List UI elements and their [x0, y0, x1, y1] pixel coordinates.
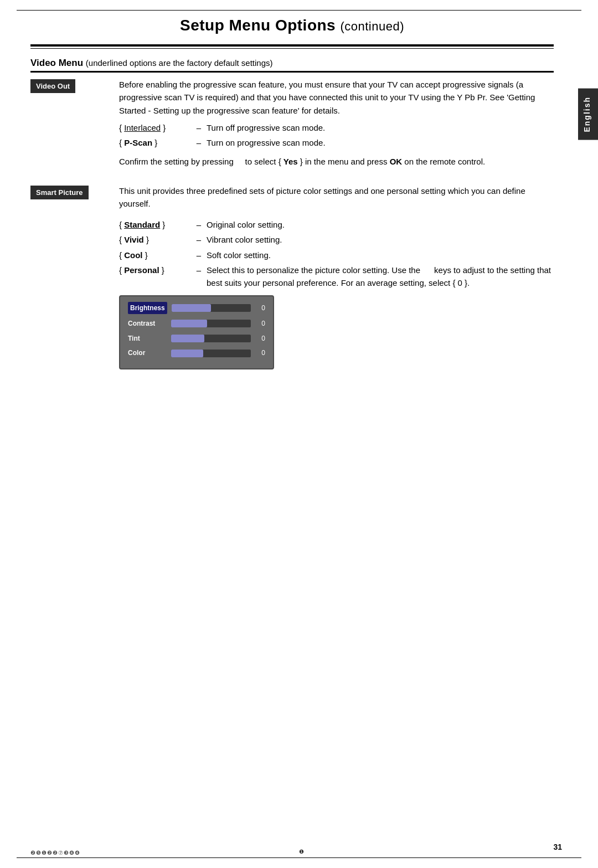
- title-rule-thick: [30, 44, 554, 47]
- slider-label-brightness: Brightness: [128, 302, 167, 315]
- smart-picture-desc-col: This unit provides three predefined sets…: [119, 184, 554, 369]
- slider-fill-tint: [171, 335, 204, 342]
- option-label-pscan: { P-Scan }: [119, 136, 191, 149]
- side-tab-english: English: [578, 89, 598, 140]
- option-text-cool: Soft color setting.: [207, 249, 554, 262]
- slider-panel: Brightness 0 Contrast 0: [119, 295, 274, 369]
- option-label-interlaced: { Interlaced }: [119, 121, 191, 134]
- slider-row-tint: Tint 0: [128, 333, 265, 344]
- slider-label-color: Color: [128, 348, 167, 358]
- section-title: Video Menu: [30, 58, 83, 68]
- option-dash-standard: –: [191, 218, 207, 231]
- video-out-label: Video Out: [30, 79, 75, 93]
- page-border-top: [17, 10, 581, 11]
- option-dash-interlaced: –: [191, 121, 207, 134]
- option-text-pscan: Turn on progressive scan mode.: [207, 137, 554, 150]
- page-title: Setup Menu Options (continued): [30, 17, 554, 34]
- slider-value-brightness: 0: [255, 303, 265, 314]
- option-row-pscan: { P-Scan } – Turn on progressive scan mo…: [119, 136, 554, 150]
- option-label-cool: { Cool }: [119, 249, 191, 261]
- video-out-description: Before enabling the progressive scan fea…: [119, 78, 554, 117]
- option-row-interlaced: { Interlaced } – Turn off progressive sc…: [119, 121, 554, 135]
- footer-bullet: ❶: [299, 849, 304, 855]
- slider-fill-contrast: [171, 320, 207, 327]
- slider-track-brightness: [172, 304, 251, 312]
- title-text: Setup Menu Options: [180, 17, 336, 34]
- slider-fill-color: [171, 350, 203, 357]
- option-label-vivid: { Vivid }: [119, 233, 191, 246]
- option-row-personal: { Personal } – Select this to personaliz…: [119, 264, 554, 290]
- title-continued: (continued): [340, 19, 404, 33]
- option-row-cool: { Cool } – Soft color setting.: [119, 249, 554, 262]
- smart-picture-description: This unit provides three predefined sets…: [119, 184, 554, 210]
- video-out-options: { Interlaced } – Turn off progressive sc…: [119, 121, 554, 150]
- option-text-standard: Original color setting.: [207, 219, 554, 232]
- video-out-desc-col: Before enabling the progressive scan fea…: [119, 78, 554, 168]
- slider-value-color: 0: [255, 348, 265, 358]
- option-label-standard: { Standard }: [119, 218, 191, 231]
- slider-track-tint: [171, 335, 251, 342]
- option-label-personal: { Personal }: [119, 264, 191, 276]
- smart-options-list: { Standard } – Original color setting. {…: [119, 218, 554, 290]
- option-text-vivid: Vibrant color setting.: [207, 234, 554, 246]
- main-content: Setup Menu Options (continued) Video Men…: [30, 17, 562, 369]
- slider-track-color: [171, 350, 251, 357]
- smart-picture-inner: { Standard } – Original color setting. {…: [119, 215, 554, 369]
- video-out-label-col: Video Out: [30, 78, 119, 168]
- section-header: Video Menu (underlined options are the f…: [30, 58, 554, 73]
- slider-label-contrast: Contrast: [128, 319, 167, 329]
- smart-picture-section: Smart Picture This unit provides three p…: [30, 184, 554, 369]
- option-dash-vivid: –: [191, 233, 207, 246]
- slider-value-contrast: 0: [255, 319, 265, 329]
- video-out-section: Video Out Before enabling the progressiv…: [30, 78, 554, 168]
- title-rule-thin: [30, 48, 554, 49]
- option-text-interlaced: Turn off progressive scan mode.: [207, 122, 554, 135]
- page-number: 31: [553, 843, 562, 851]
- slider-row-color: Color 0: [128, 348, 265, 358]
- footer-dots: ❷❺❶❷❷⑦❸❹❹: [30, 850, 80, 856]
- option-dash-personal: –: [191, 264, 207, 276]
- confirm-text: Confirm the setting by pressing to selec…: [119, 155, 554, 168]
- slider-track-contrast: [171, 320, 251, 327]
- page-border-bottom: [17, 857, 581, 858]
- option-row-vivid: { Vivid } – Vibrant color setting.: [119, 233, 554, 246]
- smart-picture-label-col: Smart Picture: [30, 184, 119, 199]
- slider-row-brightness: Brightness 0: [128, 302, 265, 315]
- slider-row-contrast: Contrast 0: [128, 319, 265, 329]
- smart-picture-label: Smart Picture: [30, 186, 89, 199]
- option-row-standard: { Standard } – Original color setting.: [119, 218, 554, 232]
- slider-fill-brightness: [172, 304, 212, 312]
- option-dash-pscan: –: [191, 136, 207, 149]
- option-text-personal: Select this to personalize the picture c…: [207, 264, 554, 290]
- smart-picture-left: { Standard } – Original color setting. {…: [119, 215, 554, 369]
- slider-value-tint: 0: [255, 333, 265, 344]
- option-dash-cool: –: [191, 249, 207, 261]
- section-subnote: (underlined options are the factory defa…: [86, 58, 273, 68]
- slider-label-tint: Tint: [128, 333, 167, 344]
